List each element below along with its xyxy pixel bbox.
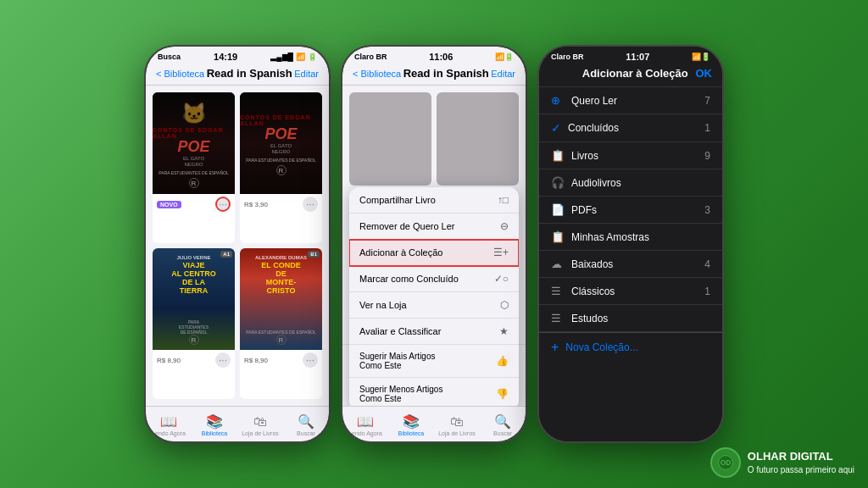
collection-concluidos-left: ✓ Concluídos [551, 121, 619, 135]
dark-nav-bar: Adicionar à Coleção OK [539, 65, 722, 87]
book-item-monte[interactable]: B1 ALEXANDRE DUMAS EL CONDEDEMONTE-CRIST… [240, 248, 322, 399]
tab-icon-lendo-1: 📖 [160, 413, 177, 430]
edit-button-2[interactable]: Editar [491, 69, 515, 79]
nav-bar-2: < Biblioteca Read in Spanish Editar [342, 65, 526, 86]
time-1: 14:19 [214, 52, 237, 62]
back-button-2[interactable]: < Biblioteca [353, 69, 401, 79]
collection-concluidos[interactable]: ✓ Concluídos 1 [539, 114, 722, 142]
collection-livros[interactable]: 📋 Livros 9 [539, 142, 722, 169]
tab-label-loja-1: Loja de Livros [242, 430, 279, 436]
dots-menu-2[interactable]: ··· [303, 197, 318, 212]
book-item-viaje[interactable]: A1 JULIO VERNE VIAJEAL CENTRODE LATIERRA… [153, 248, 235, 399]
menu-store[interactable]: Ver na Loja ⬡ [349, 292, 519, 319]
tab-biblioteca-2[interactable]: 📚 Biblioteca [388, 413, 434, 436]
quero-ler-count: 7 [704, 95, 710, 107]
tab-loja-2[interactable]: 🛍 Loja de Livros [434, 414, 480, 436]
estudos-icon: ☰ [551, 312, 565, 324]
book-footer-4: R$ 8,90 ··· [240, 350, 322, 370]
collection-pdfs[interactable]: 📄 PDFs 3 [539, 197, 722, 224]
carrier-1: Busca [158, 53, 181, 61]
tab-icon-lendo-2: 📖 [357, 413, 374, 430]
baixados-name: Baixados [571, 258, 613, 270]
phone-3: Claro BR 11:07 📶🔋 Adicionar à Coleção OK… [537, 45, 724, 443]
add-collection-icon: ☰+ [493, 247, 509, 258]
menu-add-collection[interactable]: Adicionar à Coleção ☰+ [349, 240, 519, 266]
dots-menu-4[interactable]: ··· [303, 352, 318, 368]
nav-bar-1: < Biblioteca Read in Spanish Editar [146, 65, 329, 86]
new-badge-1: NOVO [157, 201, 181, 208]
collection-classicos[interactable]: ☰ Clássicos 1 [539, 278, 722, 305]
collection-quero-ler-left: ⊕ Quero Ler [551, 94, 617, 107]
status-bar-1: Busca 14:19 ▂▄▆█ 📶 🔋 [146, 47, 329, 65]
book-footer-3: R$ 8,90 ··· [153, 350, 235, 370]
new-collection-label: Nova Coleção... [565, 341, 637, 353]
livros-count: 9 [704, 150, 710, 162]
phones-container: Busca 14:19 ▂▄▆█ 📶 🔋 < Biblioteca Read i… [0, 0, 868, 488]
menu-share-label: Compartilhar Livro [359, 195, 436, 205]
menu-more-label: Sugerir Mais ArtigosComo Este [359, 352, 435, 370]
book-footer-2: R$ 3,90 ··· [240, 194, 322, 214]
tab-icon-biblioteca-2: 📚 [403, 413, 420, 430]
tab-icon-buscar-2: 🔍 [494, 413, 511, 430]
watermark-logo: OD [710, 447, 741, 478]
remove-quero-icon: ⊖ [500, 220, 509, 232]
menu-share[interactable]: Compartilhar Livro ↑□ [349, 187, 519, 214]
tab-loja-1[interactable]: 🛍 Loja de Livros [237, 414, 283, 436]
ok-button[interactable]: OK [695, 67, 712, 80]
price-3: R$ 8,90 [157, 357, 181, 364]
menu-rate[interactable]: Avaliar e Classificar ★ [349, 319, 519, 345]
livros-name: Livros [571, 150, 598, 162]
menu-less[interactable]: Sugerir Menos ArtigosComo Este 👎 [349, 378, 519, 406]
quero-ler-icon: ⊕ [551, 94, 565, 107]
menu-more[interactable]: Sugerir Mais ArtigosComo Este 👍 [349, 345, 519, 378]
tab-buscar-1[interactable]: 🔍 Buscar [283, 413, 329, 436]
tab-lendo-1[interactable]: 📖 Lendo Agora [146, 413, 192, 436]
collection-estudos-left: ☰ Estudos [551, 312, 608, 324]
tab-buscar-2[interactable]: 🔍 Buscar [480, 413, 526, 436]
collection-classicos-left: ☰ Clássicos [551, 285, 615, 297]
back-button-1[interactable]: < Biblioteca [156, 69, 204, 79]
tab-bar-1: 📖 Lendo Agora 📚 Biblioteca 🛍 Loja de Liv… [146, 406, 329, 441]
tab-icon-loja-1: 🛍 [253, 414, 267, 430]
menu-add-collection-label: Adicionar à Coleção [359, 247, 442, 258]
book-item-poe-2[interactable]: A2 CONTOS DE EDGAR ALLAN POE EL GATONEGR… [240, 92, 322, 243]
tab-biblioteca-1[interactable]: 📚 Biblioteca [192, 413, 237, 436]
collection-amostras[interactable]: 📋 Minhas Amostras [539, 224, 722, 251]
new-collection-item[interactable]: + Nova Coleção... [539, 332, 722, 362]
collection-livros-left: 📋 Livros [551, 149, 598, 162]
collection-audiolivros[interactable]: 🎧 Audiolivros [539, 169, 722, 197]
tab-label-biblioteca-2: Biblioteca [398, 430, 424, 436]
carrier-3: Claro BR [551, 53, 584, 61]
phone-1: Busca 14:19 ▂▄▆█ 📶 🔋 < Biblioteca Read i… [144, 45, 331, 443]
share-icon: ↑□ [498, 194, 509, 206]
phone-3-screen: Claro BR 11:07 📶🔋 Adicionar à Coleção OK… [539, 47, 722, 441]
context-menu: Compartilhar Livro ↑□ Remover de Quero L… [349, 187, 519, 406]
amostras-name: Minhas Amostras [571, 231, 649, 243]
menu-mark-done-label: Marcar como Concluído [359, 274, 459, 284]
concluidos-name: Concluídos [568, 122, 619, 134]
edit-button-1[interactable]: Editar [294, 69, 319, 79]
dark-nav-title: Adicionar à Coleção [582, 67, 688, 80]
collection-baixados[interactable]: ☁ Baixados 4 [539, 251, 722, 278]
book-footer-1: NOVO ··· [153, 194, 235, 214]
phone-2-content: Compartilhar Livro ↑□ Remover de Quero L… [342, 86, 526, 406]
book-grid-1: A2 🐱 CONTOS DE EDGAR ALLAN POE EL GATONE… [146, 86, 329, 406]
menu-mark-done[interactable]: Marcar como Concluído ✓○ [349, 266, 519, 292]
audiolivros-name: Audiolivros [571, 177, 621, 189]
more-icon: 👍 [496, 355, 509, 367]
collection-estudos[interactable]: ☰ Estudos [539, 305, 722, 332]
less-icon: 👎 [496, 388, 509, 400]
book-item-poe-gato[interactable]: A2 🐱 CONTOS DE EDGAR ALLAN POE EL GATONE… [153, 92, 235, 243]
dots-menu-1[interactable]: ··· [215, 197, 231, 212]
collection-quero-ler[interactable]: ⊕ Quero Ler 7 [539, 87, 722, 114]
watermark: OD OLHAR DIGITAL O futuro passa primeiro… [710, 447, 854, 478]
baixados-icon: ☁ [551, 258, 565, 270]
dots-menu-3[interactable]: ··· [215, 352, 231, 368]
tab-lendo-2[interactable]: 📖 Lendo Agora [342, 413, 388, 436]
menu-remove-quero[interactable]: Remover de Quero Ler ⊖ [349, 214, 519, 240]
tab-bar-2: 📖 Lendo Agora 📚 Biblioteca 🛍 Loja de Liv… [342, 406, 526, 441]
time-3: 11:07 [626, 52, 649, 62]
phone-2-screen: Claro BR 11:06 📶🔋 < Biblioteca Read in S… [342, 47, 526, 441]
watermark-tagline: O futuro passa primeiro aqui [748, 465, 854, 474]
tab-label-buscar-1: Buscar [297, 430, 315, 436]
